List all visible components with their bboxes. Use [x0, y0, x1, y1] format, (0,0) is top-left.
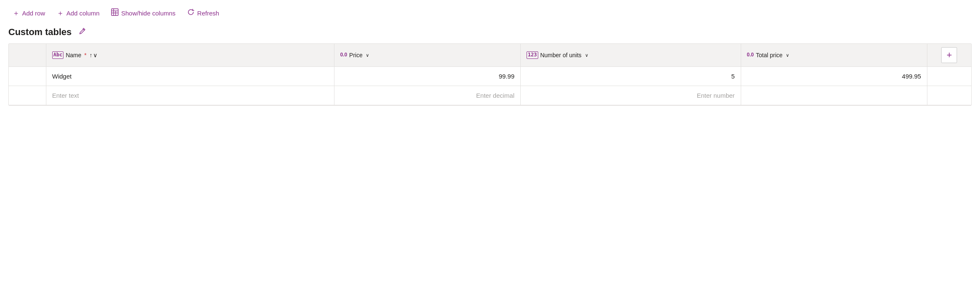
add-column-button-table[interactable]: +: [941, 47, 957, 63]
row-selector-cell[interactable]: [9, 67, 46, 86]
new-row-units-input[interactable]: Enter number: [521, 86, 741, 105]
custom-table: Abc Name * ↑ ∨ 0.0 Price ∨: [9, 44, 971, 105]
edit-title-button[interactable]: [76, 26, 89, 38]
edit-icon: [79, 27, 86, 37]
page-title-row: Custom tables: [0, 25, 980, 43]
abc-icon: Abc: [52, 51, 64, 59]
new-row-name-input[interactable]: Enter text: [46, 86, 334, 105]
plus-icon-2: ＋: [57, 8, 64, 18]
decimal-icon-total: 0.0: [747, 52, 754, 58]
cell-name-widget[interactable]: Widget: [46, 67, 334, 86]
price-dropdown-icon[interactable]: ∨: [366, 53, 369, 58]
sort-asc-icon[interactable]: ↑: [89, 52, 92, 58]
refresh-button[interactable]: Refresh: [183, 6, 223, 20]
column-units-label: Number of units: [540, 52, 582, 58]
page-title: Custom tables: [8, 27, 72, 38]
num-icon-units: 123: [527, 51, 538, 59]
cell-units-widget[interactable]: 5: [521, 67, 741, 86]
total-dropdown-icon[interactable]: ∨: [786, 53, 789, 58]
show-hide-columns-button[interactable]: Show/hide columns: [107, 6, 180, 20]
table-container: Abc Name * ↑ ∨ 0.0 Price ∨: [8, 43, 972, 106]
cell-total-widget[interactable]: 499.95: [741, 67, 927, 86]
add-column-label: Add column: [66, 10, 99, 17]
sort-desc-icon[interactable]: ∨: [93, 52, 97, 58]
column-header-units[interactable]: 123 Number of units ∨: [521, 44, 741, 67]
new-row-total-input: [741, 86, 927, 105]
column-name-label: Name: [66, 52, 81, 58]
column-header-price[interactable]: 0.0 Price ∨: [334, 44, 520, 67]
svg-rect-0: [111, 9, 118, 15]
refresh-label: Refresh: [197, 10, 219, 17]
column-price-label: Price: [349, 52, 362, 58]
cell-extra-widget: [927, 67, 971, 86]
sort-controls[interactable]: ↑ ∨: [89, 52, 97, 58]
plus-icon-table: +: [947, 50, 952, 61]
column-total-label: Total price: [756, 52, 782, 58]
add-row-button[interactable]: ＋ Add row: [8, 6, 49, 20]
add-column-header: +: [927, 44, 971, 67]
column-header-total[interactable]: 0.0 Total price ∨: [741, 44, 927, 67]
refresh-icon: [187, 8, 195, 18]
table-header-row: Abc Name * ↑ ∨ 0.0 Price ∨: [9, 44, 971, 67]
show-hide-icon: [111, 8, 119, 18]
decimal-icon-price: 0.0: [340, 52, 347, 58]
plus-icon: ＋: [13, 8, 20, 18]
required-indicator: *: [84, 52, 86, 58]
new-row: Enter text Enter decimal Enter number: [9, 86, 971, 105]
cell-price-widget[interactable]: 99.99: [334, 67, 520, 86]
column-header-name[interactable]: Abc Name * ↑ ∨: [46, 44, 334, 67]
new-row-price-input[interactable]: Enter decimal: [334, 86, 520, 105]
units-dropdown-icon[interactable]: ∨: [585, 53, 588, 58]
show-hide-label: Show/hide columns: [121, 10, 175, 17]
new-row-selector: [9, 86, 46, 105]
table-row: Widget 99.99 5 499.95: [9, 67, 971, 86]
toolbar: ＋ Add row ＋ Add column Show/hide columns…: [0, 0, 980, 25]
row-selector-header: [9, 44, 46, 67]
add-row-label: Add row: [22, 10, 45, 17]
add-column-button[interactable]: ＋ Add column: [53, 6, 104, 20]
new-row-extra: [927, 86, 971, 105]
